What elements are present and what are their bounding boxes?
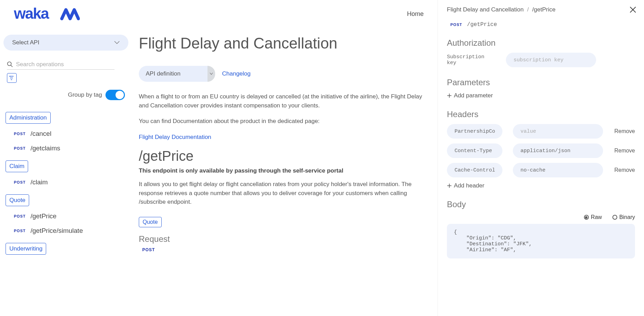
add-header-button[interactable]: Add header <box>447 182 635 189</box>
breadcrumb: Flight Delay and Cancellation / /getPric… <box>447 6 635 13</box>
documentation: Flight Delay and Cancellation API defini… <box>132 28 438 316</box>
tag-underwriting[interactable]: Underwriting <box>6 243 46 255</box>
request-heading: Request <box>139 234 431 244</box>
remove-header-button[interactable]: Remove <box>614 128 635 134</box>
subscription-key-input[interactable] <box>506 53 596 67</box>
sidebar: Select API + Group by tag Administration <box>0 28 132 316</box>
svg-point-1 <box>8 62 11 66</box>
breadcrumb-separator: / <box>527 6 529 13</box>
chevron-down-icon <box>207 66 215 82</box>
endpoint-title: /getPrice <box>139 148 431 164</box>
method-badge: POST <box>14 229 26 233</box>
body-binary-radio[interactable]: Binary <box>612 214 635 220</box>
remove-header-button[interactable]: Remove <box>614 148 635 154</box>
group-by-tag-label: Group by tag <box>68 91 102 98</box>
remove-header-button[interactable]: Remove <box>614 167 635 173</box>
select-api-dropdown[interactable]: Select API <box>3 35 128 51</box>
header-value-input[interactable] <box>513 124 603 139</box>
plus-icon <box>447 183 452 188</box>
method-badge: POST <box>14 146 26 150</box>
body-heading: Body <box>447 200 635 209</box>
op-cancel[interactable]: POST /cancel <box>3 126 128 141</box>
logo[interactable]: waka <box>14 3 80 24</box>
header-name-input[interactable] <box>447 124 502 139</box>
breadcrumb-current: /getPrice <box>532 6 556 13</box>
radio-raw-label: Raw <box>591 214 602 220</box>
op-path: /getclaims <box>31 144 60 152</box>
try-it-panel: Flight Delay and Cancellation / /getPric… <box>438 0 644 316</box>
op-getclaims[interactable]: POST /getclaims <box>3 141 128 156</box>
op-path: /cancel <box>31 130 51 138</box>
endpoint-description: It allows you to get flight delay or fli… <box>139 180 431 207</box>
api-definition-label: API definition <box>146 70 180 77</box>
tag-administration[interactable]: Administration <box>6 112 51 124</box>
filter-button[interactable]: + <box>7 73 17 83</box>
method-badge: POST <box>14 132 26 136</box>
changelog-link[interactable]: Changelog <box>222 70 251 77</box>
intro-paragraph-2: You can find Documentation about the pro… <box>139 117 431 126</box>
add-parameter-label: Add parameter <box>454 92 493 99</box>
nav-home[interactable]: Home <box>407 10 424 18</box>
radio-checked-icon <box>584 215 589 220</box>
search-icon <box>7 61 13 68</box>
radio-binary-label: Binary <box>619 214 635 220</box>
method-badge: POST <box>14 180 26 184</box>
header-row-content-type: Remove <box>447 143 635 158</box>
api-definition-dropdown[interactable]: API definition <box>139 66 215 82</box>
op-path: /getPrice/simulate <box>31 227 83 235</box>
op-claim[interactable]: POST /claim <box>3 175 128 190</box>
op-getprice-simulate[interactable]: POST /getPrice/simulate <box>3 223 128 238</box>
op-getprice[interactable]: POST /getPrice <box>3 209 128 223</box>
request-method-badge: POST <box>142 247 431 252</box>
header-name-input[interactable] <box>447 143 502 158</box>
select-api-label: Select API <box>12 39 39 46</box>
plus-icon <box>447 93 452 98</box>
header-value-input[interactable] <box>513 143 603 158</box>
request-body-editor[interactable]: { "Origin": "CDG", "Destination": "JFK",… <box>447 224 635 258</box>
search-operations-input[interactable] <box>16 61 115 68</box>
header-value-input[interactable] <box>513 163 603 177</box>
add-parameter-button[interactable]: Add parameter <box>447 92 635 99</box>
group-by-tag-toggle[interactable] <box>105 90 125 100</box>
header-name-input[interactable] <box>447 163 502 177</box>
tag-quote[interactable]: Quote <box>6 194 29 206</box>
subscription-key-label: Subscription key <box>447 54 495 66</box>
op-path: /getPrice <box>31 212 57 220</box>
breadcrumb-parent[interactable]: Flight Delay and Cancellation <box>447 6 524 13</box>
authorization-heading: Authorization <box>447 38 635 48</box>
header-row-cache-control: Remove <box>447 163 635 177</box>
svg-text:waka: waka <box>14 5 49 22</box>
add-header-label: Add header <box>454 182 484 189</box>
endpoint-tag-quote[interactable]: Quote <box>139 217 162 227</box>
panel-path: /getPrice <box>467 21 497 28</box>
intro-paragraph-1: When a flight to or from an EU country i… <box>139 92 431 110</box>
op-path: /claim <box>31 178 48 186</box>
svg-text:+: + <box>9 76 11 78</box>
close-icon[interactable] <box>629 6 636 13</box>
radio-unchecked-icon <box>612 215 617 220</box>
tag-claim[interactable]: Claim <box>6 160 28 172</box>
headers-heading: Headers <box>447 109 635 119</box>
svg-line-2 <box>11 65 12 67</box>
endpoint-subtitle: This endpoint is only available by passi… <box>139 167 431 174</box>
panel-method-badge: POST <box>450 23 462 27</box>
chevron-down-icon <box>114 41 120 44</box>
body-raw-radio[interactable]: Raw <box>584 214 602 220</box>
parameters-heading: Parameters <box>447 78 635 87</box>
documentation-link[interactable]: Flight Delay Documentation <box>139 134 211 140</box>
page-title: Flight Delay and Cancellation <box>139 35 431 52</box>
method-badge: POST <box>14 214 26 218</box>
header-row-partnership: Remove <box>447 124 635 139</box>
